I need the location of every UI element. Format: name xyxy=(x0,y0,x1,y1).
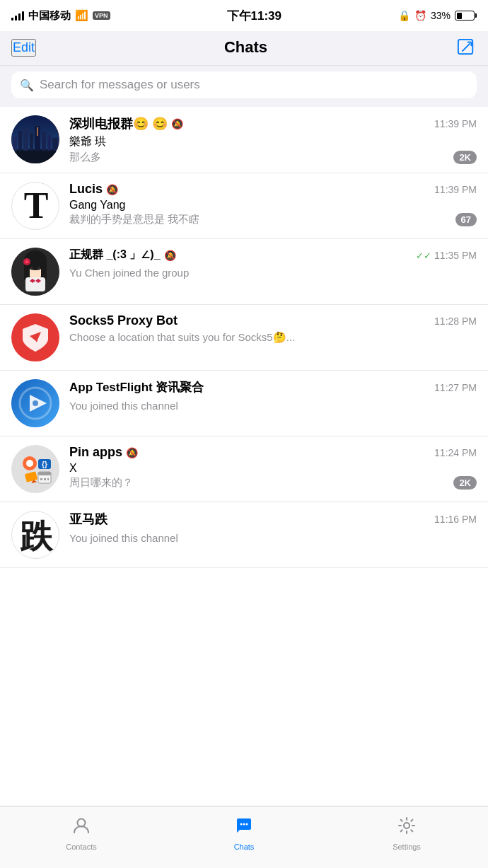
battery-icon xyxy=(455,11,477,21)
status-bar: 中国移动 📶 VPN 下午11:39 🔒 ⏰ 33% xyxy=(0,0,488,31)
chat-name-5: App TestFlight 资讯聚合 xyxy=(69,379,204,395)
signal-icon xyxy=(11,11,24,21)
search-icon: 🔍 xyxy=(20,79,34,92)
compose-icon xyxy=(457,38,475,57)
status-bar-left: 中国移动 📶 VPN xyxy=(11,9,110,23)
search-bar[interactable]: 🔍 Search for messages or users xyxy=(11,71,477,98)
tab-bar: Contacts Chats Settings xyxy=(0,806,488,868)
svg-rect-14 xyxy=(47,135,51,151)
svg-rect-17 xyxy=(11,151,59,163)
svg-point-37 xyxy=(26,460,33,467)
chat-name-6: Pin apps xyxy=(69,445,122,460)
chat-item-4[interactable]: Socks5 Proxy Bot 11:28 PM Choose a locat… xyxy=(0,305,488,371)
svg-rect-10 xyxy=(23,128,28,151)
settings-icon xyxy=(397,816,417,840)
chat-name-3: 正规群 _(:3 」∠)_ xyxy=(69,248,161,262)
chat-list-inner: 深圳电报群😊 😊 🔕 11:39 PM 樂爺 珙 那么多 2K T xyxy=(0,107,488,568)
chat-badge-1: 2K xyxy=(453,151,477,164)
chat-badge-2: 67 xyxy=(455,213,477,226)
chat-name-2: Lucis xyxy=(69,182,103,197)
chat-content-7: 亚马跌 11:16 PM You joined this channel xyxy=(69,511,477,545)
svg-rect-13 xyxy=(42,132,46,151)
chat-sender-2: Gang Yang xyxy=(69,199,125,212)
svg-point-24 xyxy=(37,267,40,270)
settings-label: Settings xyxy=(393,843,421,851)
tab-chats[interactable]: Chats xyxy=(163,806,325,854)
mute-icon-1: 🔕 xyxy=(171,118,183,129)
carrier-label: 中国移动 xyxy=(28,9,71,23)
chat-sender-1: 樂爺 珙 xyxy=(69,134,106,149)
chat-message-4: Choose a location that suits you for Soc… xyxy=(69,331,477,344)
chat-message-2: 裁判的手势是意思是 我不瞎 xyxy=(69,213,199,226)
chat-content-6: Pin apps 🔕 11:24 PM X 周日哪来的？ 2K xyxy=(69,445,477,490)
search-placeholder: Search for messages or users xyxy=(40,78,200,92)
lucis-avatar-letter: T xyxy=(24,187,47,224)
chat-message-6: 周日哪来的？ xyxy=(69,476,133,490)
mute-icon-2: 🔕 xyxy=(106,184,118,195)
edit-button[interactable]: Edit xyxy=(11,39,36,57)
alarm-icon: ⏰ xyxy=(414,10,426,21)
chat-content-2: Lucis 🔕 11:39 PM Gang Yang 裁判的手势是意思是 我不瞎… xyxy=(69,182,477,226)
svg-point-23 xyxy=(30,267,33,270)
compose-button[interactable] xyxy=(455,37,477,58)
avatar-socks xyxy=(11,313,59,361)
chat-message-5: You joined this channel xyxy=(69,400,178,412)
svg-text:跌: 跌 xyxy=(20,519,54,555)
chat-item-2[interactable]: T Lucis 🔕 11:39 PM Gang Yang 裁判的手势是意思是 我… xyxy=(0,173,488,239)
chats-icon xyxy=(234,816,254,840)
avatar-manga xyxy=(11,248,59,296)
lock-icon: 🔒 xyxy=(398,10,410,21)
vpn-badge: VPN xyxy=(93,11,110,20)
svg-rect-40 xyxy=(25,471,38,482)
svg-point-52 xyxy=(404,823,409,828)
chat-badge-6: 2K xyxy=(453,476,477,490)
svg-point-50 xyxy=(243,823,245,825)
svg-rect-15 xyxy=(52,138,58,151)
chat-name-7: 亚马跌 xyxy=(69,511,108,528)
chats-label: Chats xyxy=(234,843,255,851)
chat-time-1: 11:39 PM xyxy=(434,118,477,129)
status-time: 下午11:39 xyxy=(227,8,281,24)
chat-content-3: 正规群 _(:3 」∠)_ 🔕 ✓✓ 11:35 PM Yu Chen join… xyxy=(69,248,477,279)
status-bar-right: 🔒 ⏰ 33% xyxy=(398,10,477,21)
svg-rect-43 xyxy=(38,472,51,475)
svg-rect-46 xyxy=(47,478,49,480)
chat-item-3[interactable]: 正规群 _(:3 」∠)_ 🔕 ✓✓ 11:35 PM Yu Chen join… xyxy=(0,239,488,305)
tab-contacts[interactable]: Contacts xyxy=(0,806,163,854)
svg-point-49 xyxy=(240,823,243,825)
chat-item-5[interactable]: App TestFlight 资讯聚合 11:27 PM You joined … xyxy=(0,371,488,436)
avatar-lucis: T xyxy=(11,182,59,230)
chat-message-3: Yu Chen joined the group xyxy=(69,267,189,279)
wifi-icon: 📶 xyxy=(75,9,88,22)
svg-rect-16 xyxy=(37,127,38,136)
chat-message-7: You joined this channel xyxy=(69,532,178,544)
svg-rect-22 xyxy=(41,259,47,280)
chat-name-4: Socks5 Proxy Bot xyxy=(69,313,178,328)
nav-header: Edit Chats xyxy=(0,31,488,66)
contacts-icon xyxy=(71,816,91,840)
socks-shield-icon xyxy=(20,322,51,353)
svg-rect-11 xyxy=(30,133,33,151)
chat-item-6[interactable]: {} Pin apps 🔕 xyxy=(0,436,488,502)
svg-point-26 xyxy=(25,260,28,263)
tab-settings[interactable]: Settings xyxy=(325,806,488,854)
chat-time-7: 11:16 PM xyxy=(434,514,477,525)
chat-item-7[interactable]: 跌 亚马跌 11:16 PM You joined this channel xyxy=(0,502,488,568)
page-title: Chats xyxy=(224,38,267,57)
svg-text:{}: {} xyxy=(42,461,47,468)
chat-content-5: App TestFlight 资讯聚合 11:27 PM You joined … xyxy=(69,379,477,412)
avatar-amazon: 跌 xyxy=(11,511,59,559)
chat-time-3: ✓✓ 11:35 PM xyxy=(416,250,477,261)
chat-item-1[interactable]: 深圳电报群😊 😊 🔕 11:39 PM 樂爺 珙 那么多 2K xyxy=(0,107,488,173)
mute-icon-6: 🔕 xyxy=(126,447,138,458)
chat-list: 深圳电报群😊 😊 🔕 11:39 PM 樂爺 珙 那么多 2K T xyxy=(0,107,488,630)
svg-point-48 xyxy=(78,818,86,826)
svg-line-1 xyxy=(462,43,470,51)
avatar-shenzhen xyxy=(11,115,59,163)
search-container: 🔍 Search for messages or users xyxy=(0,66,488,107)
chat-sender-6: X xyxy=(69,462,77,475)
svg-rect-44 xyxy=(40,478,42,480)
svg-point-51 xyxy=(246,823,248,825)
avatar-pinapps: {} xyxy=(11,445,59,493)
svg-point-35 xyxy=(33,400,38,406)
